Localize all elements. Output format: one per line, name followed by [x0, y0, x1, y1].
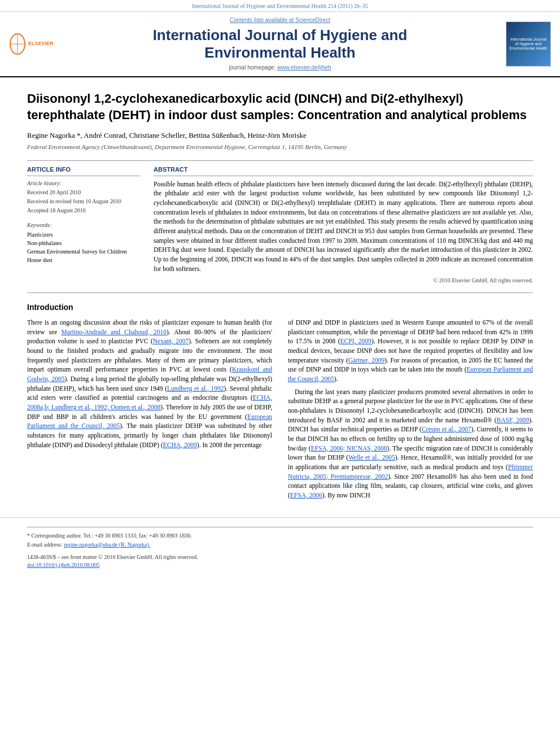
banner-text: International Journal of Hygiene and Env…	[192, 3, 368, 9]
keywords-list: Plasticizers Non-phthalates German Envir…	[27, 230, 140, 264]
footnote-star: * Corresponding author. Tel.: +49 30 890…	[27, 532, 533, 540]
intro-col-left: There is an ongoing discussion about the…	[27, 318, 272, 504]
revised-date: Received in revised form 10 August 2010	[27, 198, 140, 206]
journal-homepage: journal homepage: www.elsevier.de/ijheh	[61, 64, 499, 72]
keywords-label: Keywords:	[27, 221, 140, 229]
sciencedirect-link[interactable]: Contents lists available at ScienceDirec…	[61, 16, 499, 24]
received-date: Received 20 April 2010	[27, 189, 140, 196]
authors: Regine Nagorka *, André Conrad, Christia…	[27, 130, 533, 141]
intro-para-3: During the last years many plasticizer p…	[288, 387, 533, 500]
history-label: Article history:	[27, 180, 140, 187]
keyword-3: German Environmental Survey for Children	[27, 247, 140, 256]
keyword-1: Plasticizers	[27, 230, 140, 239]
journal-header: ELSEVIER Contents lists available at Sci…	[0, 12, 560, 77]
keywords-section: Keywords: Plasticizers Non-phthalates Ge…	[27, 221, 140, 264]
introduction-columns: There is an ongoing discussion about the…	[27, 318, 533, 504]
introduction-section: Introduction There is an ongoing discuss…	[27, 302, 533, 503]
top-banner: International Journal of Hygiene and Env…	[0, 0, 560, 12]
introduction-heading: Introduction	[27, 302, 533, 313]
footnote-email: E-mail address: regine.nagorka@uba.de (R…	[27, 541, 533, 549]
doi-line[interactable]: doi:10.1016/j.ijheh.2010.08.005	[27, 561, 533, 569]
intro-col-right: of DINP and DIDP in plasticizers used in…	[288, 318, 533, 504]
issn-line: 1438-4639/$ – see front matter © 2010 El…	[27, 553, 533, 561]
article-footer: * Corresponding author. Tel.: +49 30 890…	[0, 517, 560, 574]
intro-para-2: of DINP and DIDP in plasticizers used in…	[288, 318, 533, 384]
affiliation: Federal Environment Agency (Umweltbundes…	[27, 143, 533, 151]
elsevier-text: ELSEVIER	[28, 41, 54, 47]
article-info: ARTICLE INFO Article history: Received 2…	[27, 165, 140, 214]
abstract-section: ABSTRACT Possible human health effects o…	[154, 165, 533, 285]
article-info-label: ARTICLE INFO	[27, 165, 140, 176]
article-content: Diisononyl 1,2-cyclohexanedicarboxylic a…	[0, 77, 560, 517]
journal-title-area: Contents lists available at ScienceDirec…	[61, 16, 499, 72]
abstract-text: Possible human health effects of phthala…	[154, 180, 533, 274]
keyword-2: Non-phthalates	[27, 239, 140, 247]
journal-title: International Journal of Hygiene and Env…	[61, 27, 499, 62]
divider	[27, 160, 533, 161]
email-link[interactable]: regine.nagorka@uba.de (R. Nagorka).	[64, 541, 150, 548]
abstract-label: ABSTRACT	[154, 165, 533, 176]
journal-thumbnail: International Journal of Hygiene and Env…	[506, 21, 551, 67]
copyright: © 2010 Elsevier GmbH. All rights reserve…	[154, 277, 533, 285]
footer-divider	[27, 527, 533, 527]
elsevier-logo: ELSEVIER	[9, 33, 54, 55]
keyword-4: House dust	[27, 256, 140, 264]
sciencedirect-label[interactable]: ScienceDirect	[295, 17, 330, 23]
article-title: Diisononyl 1,2-cyclohexanedicarboxylic a…	[27, 91, 533, 123]
section-divider	[27, 292, 533, 293]
article-meta-section: ARTICLE INFO Article history: Received 2…	[27, 165, 533, 285]
article-info-col: ARTICLE INFO Article history: Received 2…	[27, 165, 140, 285]
intro-para-1: There is an ongoing discussion about the…	[27, 318, 272, 449]
homepage-url[interactable]: www.elsevier.de/ijheh	[277, 64, 331, 71]
thumb-text: International Journal of Hygiene and Env…	[506, 35, 550, 54]
accepted-date: Accepted 18 August 2010	[27, 207, 140, 215]
